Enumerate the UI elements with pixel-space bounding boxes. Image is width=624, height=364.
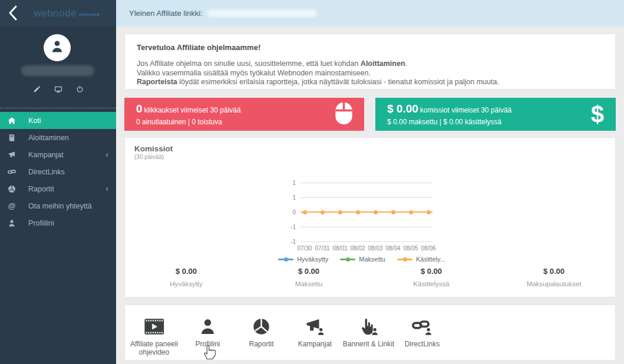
sidebar-item-label: Aloittaminen — [28, 134, 69, 142]
video-icon — [127, 314, 181, 336]
summary-row: $ 0.00Hyväksytty$ 0.00Maksettu$ 0.00Käsi… — [125, 267, 615, 287]
sidebar-item-kampanjat[interactable]: Kampanjat‹ — [0, 146, 116, 163]
summary-maksettu: $ 0.00Maksettu — [247, 267, 370, 287]
summary-value: $ 0.00 — [125, 267, 247, 276]
sidebar-item-aloittaminen[interactable]: Aloittaminen — [0, 129, 116, 146]
legend-label: Käsittely... — [416, 256, 445, 263]
data-point — [321, 210, 325, 214]
sidebar-item-raportit[interactable]: Raportit‹ — [0, 180, 116, 197]
data-point — [374, 210, 378, 214]
sidebar-item-koti[interactable]: Koti — [0, 112, 116, 129]
username-redacted — [21, 65, 94, 76]
shortcut-label: Affiliate paneeli ohjevideo — [127, 340, 181, 356]
chart-plot-area — [301, 183, 432, 241]
y-tick-label: 1 — [279, 180, 296, 186]
welcome-line-3: Raporteista löydät esimerkiksi erilaisia… — [137, 78, 603, 87]
data-point — [338, 210, 342, 214]
shortcuts-row: Affiliate paneeli ohjevideoProfiiliniRap… — [127, 314, 449, 356]
pie-icon — [235, 314, 288, 336]
home-icon — [7, 117, 16, 125]
data-point — [391, 210, 395, 214]
hand-person-icon — [342, 314, 395, 336]
y-tick-label: 0 — [279, 209, 296, 216]
shortcut-affiliate-paneeli-ohjevideo[interactable]: Affiliate paneeli ohjevideo — [127, 314, 181, 356]
shortcut-label: Raportit — [235, 340, 288, 348]
clicks-label: klikkaukset viimeiset 30 päivää — [144, 106, 241, 114]
sidebar-item-label: Profiilini — [28, 219, 54, 227]
sidebar-item-directlinks[interactable]: DirectLinks — [0, 163, 116, 180]
sidebar: webnodeAFFILIATE KotiAloittaminenKampanj… — [0, 0, 116, 364]
data-point — [303, 210, 307, 214]
summary-value: $ 0.00 — [493, 267, 615, 276]
legend-marker — [397, 259, 412, 260]
clicks-stat-card: 0klikkaukset viimeiset 30 päivää 0 ainut… — [124, 98, 364, 131]
commissions-stat-text: $ 0.00komissiot viimeiset 30 päivää $ 0.… — [387, 102, 511, 126]
at-icon: @ — [7, 202, 16, 210]
shortcut-label: Kampanjat — [288, 340, 342, 348]
summary-k-sittelyss: $ 0.00Käsittelyssä — [370, 267, 493, 287]
megaphone-icon — [7, 151, 16, 159]
pie-icon — [7, 185, 16, 193]
welcome-title: Tervetuloa Affiliate ohjelmaamme! — [137, 43, 603, 52]
affiliate-link-redacted[interactable] — [207, 9, 316, 17]
line-chart: 110-1-107/3007/3108/0108/0208/0308/0408/… — [279, 179, 444, 273]
chart-title: Komissiot — [134, 144, 173, 153]
clicks-stat-text: 0klikkaukset viimeiset 30 päivää 0 ainut… — [136, 102, 241, 126]
shortcut-kampanjat[interactable]: Kampanjat — [288, 314, 342, 356]
monitor-icon[interactable] — [54, 85, 62, 94]
shortcuts-card: Affiliate paneeli ohjevideoProfiiliniRap… — [124, 305, 616, 360]
profile-tools — [0, 85, 116, 94]
shortcut-raportit[interactable]: Raportit — [235, 314, 288, 356]
legend-label: Hyväksytty — [297, 256, 328, 263]
sidebar-item-ota-meihin-yhteytt[interactable]: @Ota meihin yhteyttä — [0, 197, 116, 214]
sidebar-item-label: Koti — [28, 117, 41, 125]
person-icon — [7, 219, 16, 227]
summary-label: Hyväksytty — [125, 280, 247, 287]
commissions-stat-card: $ 0.00komissiot viimeiset 30 päivää $ 0.… — [375, 98, 616, 131]
shortcut-profiilini[interactable]: Profiilini — [181, 314, 235, 356]
affiliate-link-label: Yleinen Affiliate linkki: — [129, 9, 203, 18]
legend-marker — [340, 259, 355, 260]
logo-suffix-text: AFFILIATE — [79, 13, 100, 16]
summary-label: Maksupalautukset — [493, 280, 615, 287]
sidebar-item-label: Ota meihin yhteyttä — [28, 202, 92, 210]
data-point — [427, 210, 431, 214]
legend-item: Maksettu — [340, 256, 385, 263]
shortcut-bannerit-linkit[interactable]: Bannerit & Linkit — [342, 314, 395, 356]
edit-pencil-icon[interactable] — [33, 85, 41, 94]
book-icon — [7, 134, 16, 142]
shortcut-label: Profiilini — [181, 340, 235, 348]
y-tick-label: 1 — [279, 194, 296, 201]
commissions-subline: $ 0.00 maksettu | $ 0.00 käsittelyssä — [387, 118, 511, 126]
sidebar-item-profiilini[interactable]: Profiilini — [0, 214, 116, 231]
megaphone-person-icon — [288, 314, 342, 336]
mouse-icon — [335, 102, 352, 127]
summary-hyv-ksytty: $ 0.00Hyväksytty — [125, 267, 247, 287]
sidebar-header: webnodeAFFILIATE — [0, 0, 116, 27]
sidebar-item-label: Raportit — [28, 185, 54, 193]
logo-text: webnode — [34, 8, 77, 19]
chart-legend: HyväksyttyMaksettuKäsittely... — [279, 256, 444, 263]
summary-maksupalautukset: $ 0.00Maksupalautukset — [493, 267, 615, 287]
power-icon[interactable] — [76, 85, 84, 94]
collapse-chevron-icon: ‹ — [105, 184, 108, 193]
topbar: Yleinen Affiliate linkki: — [116, 0, 624, 27]
legend-item: Hyväksytty — [278, 256, 328, 263]
affiliate-dashboard: webnodeAFFILIATE KotiAloittaminenKampanj… — [0, 0, 624, 364]
commissions-label: komissiot viimeiset 30 päivää — [420, 106, 511, 114]
links-icon — [7, 168, 16, 176]
user-icon — [50, 39, 64, 56]
data-point — [409, 210, 413, 214]
avatar[interactable] — [44, 34, 71, 61]
shortcut-directlinks[interactable]: DirectLinks — [395, 314, 449, 356]
shortcut-label: Bannerit & Linkit — [342, 340, 395, 348]
chart-subtitle: (30 päivää) — [134, 154, 164, 160]
summary-value: $ 0.00 — [370, 267, 493, 276]
x-tick-label: 08/06 — [417, 245, 440, 252]
sidebar-menu: KotiAloittaminenKampanjat‹DirectLinksRap… — [0, 108, 116, 231]
webnode-logo: webnodeAFFILIATE — [18, 8, 116, 19]
collapse-chevron-icon: ‹ — [105, 150, 108, 159]
summary-label: Käsittelyssä — [370, 280, 493, 287]
person-icon — [181, 314, 235, 336]
welcome-line-2: Valikko vasemmalla sisältää myös työkalu… — [137, 69, 603, 78]
